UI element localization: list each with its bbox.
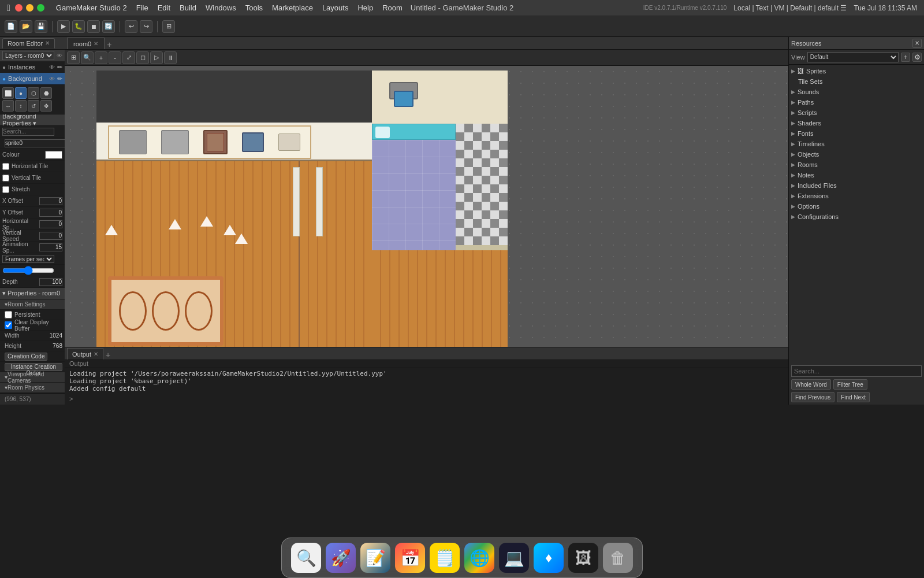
fps-select[interactable]: Frames per second (2, 255, 54, 263)
dock-app-photos[interactable]: 🖼 (568, 543, 598, 573)
stop-button[interactable]: ⏹ (87, 20, 100, 33)
canvas-zoom-out[interactable]: - (109, 51, 121, 64)
resources-add-btn[interactable]: + (901, 53, 910, 62)
tree-item-notes[interactable]: ▶ Notes (789, 170, 924, 180)
layer-background[interactable]: ● Background 👁 ✏ (0, 73, 65, 84)
bg-props-header[interactable]: Background Properties ▾ (0, 114, 65, 126)
whole-word-button[interactable]: Whole Word (791, 379, 831, 390)
find-previous-button[interactable]: Find Previous (791, 392, 834, 402)
dock-app-chrome[interactable]: 🌐 (464, 543, 494, 573)
tool-move[interactable]: ✥ (40, 100, 52, 112)
redo-button[interactable]: ↪ (140, 20, 152, 33)
canvas-play[interactable]: ▷ (150, 51, 163, 64)
menu-layouts[interactable]: Layouts (322, 3, 349, 12)
tree-item-paths[interactable]: ▶ Paths (789, 97, 924, 108)
tree-item-rooms[interactable]: ▶ Rooms (789, 160, 924, 170)
dock-app-gamemaker[interactable]: ♦ (534, 543, 564, 573)
output-tab[interactable]: Output ✕ (67, 348, 103, 360)
dock-app-terminal[interactable]: 💻 (499, 543, 529, 573)
tool-select[interactable]: ⬜ (2, 87, 14, 99)
menu-tools[interactable]: Tools (245, 3, 263, 12)
tree-item-scripts[interactable]: ▶ Scripts (789, 108, 924, 118)
room-props-header[interactable]: ▾ Properties - room0 (0, 288, 65, 299)
canvas-pause[interactable]: ⏸ (164, 51, 177, 64)
layers-select[interactable]: Layers - room0 (2, 51, 54, 60)
dock-app-stickies[interactable]: 🗒️ (430, 543, 460, 573)
vertical-tile-checkbox[interactable] (2, 175, 9, 181)
tool-flip-v[interactable]: ↕ (15, 100, 27, 112)
dock-app-launchpad[interactable]: 🚀 (326, 543, 356, 573)
instance-order-button[interactable]: Instance Creation Order (5, 363, 62, 371)
tree-item-fonts[interactable]: ▶ Fonts (789, 128, 924, 139)
menu-edit[interactable]: Edit (158, 3, 170, 12)
close-button[interactable] (15, 4, 23, 12)
y-offset-input[interactable] (39, 209, 62, 217)
h-speed-input[interactable] (39, 220, 62, 228)
menu-file[interactable]: File (136, 3, 148, 12)
resources-action-btn[interactable]: ⚙ (912, 53, 922, 62)
colour-picker[interactable] (45, 151, 62, 159)
physics-header[interactable]: ▾ Room Physics (0, 383, 65, 393)
anim-speed-input[interactable] (39, 243, 62, 251)
canvas-area[interactable] (65, 66, 788, 347)
horizontal-tile-checkbox[interactable] (2, 163, 9, 170)
resources-close-btn[interactable]: ✕ (912, 39, 922, 48)
tree-item-sounds[interactable]: ▶ Sounds (789, 87, 924, 97)
canvas-snap[interactable]: ◻ (136, 51, 149, 64)
eye-icon[interactable]: 👁 (57, 53, 62, 59)
tree-item-extensions[interactable]: ▶ Extensions (789, 191, 924, 201)
menu-marketplace[interactable]: Marketplace (272, 3, 313, 12)
undo-button[interactable]: ↩ (125, 20, 137, 33)
run-button[interactable]: ▶ (57, 20, 70, 33)
stretch-checkbox[interactable] (2, 186, 9, 193)
tree-item-options[interactable]: ▶ Options (789, 201, 924, 212)
dock-app-notes[interactable]: 📝 (360, 543, 390, 573)
menu-room[interactable]: Room (382, 3, 403, 12)
x-offset-input[interactable] (39, 197, 62, 205)
viewports-header[interactable]: ▾ Viewports and Cameras (0, 372, 65, 383)
creation-code-button[interactable]: Creation Code (5, 353, 47, 361)
view-select[interactable]: Default (807, 52, 899, 62)
tree-item-objects[interactable]: ▶ Objects (789, 149, 924, 160)
tree-item-configurations[interactable]: ▶ Configurations (789, 212, 924, 222)
open-button[interactable]: 📂 (20, 20, 32, 33)
minimize-button[interactable] (26, 4, 33, 12)
maximize-button[interactable] (37, 4, 44, 12)
tool-rotate[interactable]: ↺ (28, 100, 39, 112)
dock-app-calendar[interactable]: 📅 (395, 543, 425, 573)
tool-flip-h[interactable]: ↔ (2, 100, 14, 112)
canvas-grid-btn[interactable]: ⊞ (67, 51, 80, 64)
tree-item-included-files[interactable]: ▶ Included Files (789, 180, 924, 191)
tool-draw[interactable]: ● (15, 87, 27, 99)
room-editor-close[interactable]: ✕ (45, 40, 50, 46)
debug-button[interactable]: 🐛 (72, 20, 85, 33)
persistent-checkbox[interactable] (5, 311, 12, 318)
canvas-zoom-in[interactable]: + (95, 51, 107, 64)
output-tab-close[interactable]: ✕ (94, 351, 98, 357)
room-editor-tab[interactable]: Room Editor ✕ (2, 38, 55, 49)
tool-erase[interactable]: ⬡ (28, 87, 39, 99)
bg-search-input[interactable] (2, 128, 54, 136)
dock-app-finder[interactable]: 🔍 (291, 543, 321, 573)
tool-fill[interactable]: ⬣ (40, 87, 52, 99)
depth-slider[interactable] (2, 268, 54, 273)
output-add-tab[interactable]: + (106, 350, 110, 360)
menu-help[interactable]: Help (357, 3, 373, 12)
canvas-center[interactable]: ⤢ (122, 51, 135, 64)
layer-instances[interactable]: ● Instances 👁 ✏ (0, 61, 65, 73)
clean-button[interactable]: 🔄 (102, 20, 115, 33)
dock-app-trash[interactable]: 🗑 (603, 543, 633, 573)
apple-menu[interactable]:  (7, 3, 10, 13)
room-settings-header[interactable]: ▾ Room Settings (0, 299, 65, 310)
menu-gamemakerstudio[interactable]: GameMaker Studio 2 (56, 3, 127, 12)
search-input[interactable] (791, 365, 922, 377)
save-button[interactable]: 💾 (35, 20, 47, 33)
find-next-button[interactable]: Find Next (837, 392, 870, 402)
sprite-name-input[interactable] (5, 139, 65, 147)
v-speed-input[interactable] (39, 232, 62, 240)
grid-button[interactable]: ⊞ (162, 20, 175, 33)
tree-item-timelines[interactable]: ▶ Timelines (789, 139, 924, 149)
room0-tab-close[interactable]: ✕ (94, 40, 98, 47)
menu-windows[interactable]: Windows (206, 3, 236, 12)
room0-tab[interactable]: room0 ✕ (67, 38, 105, 49)
